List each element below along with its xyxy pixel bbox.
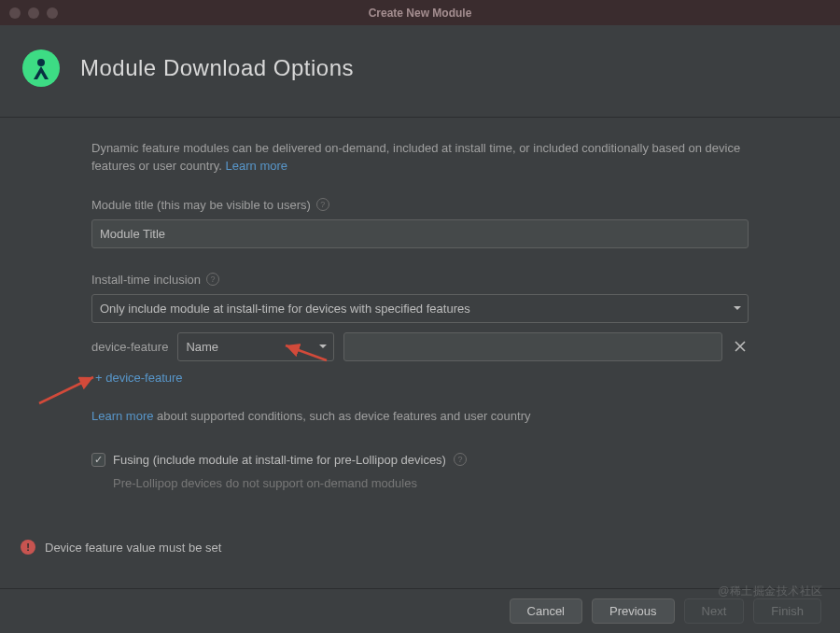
window-titlebar: Create New Module <box>0 0 840 25</box>
dialog-body: Dynamic feature modules can be delivered… <box>0 118 840 490</box>
cancel-button[interactable]: Cancel <box>510 598 582 624</box>
fusing-checkbox-row: Fusing (include module at install-time f… <box>91 453 749 467</box>
description-text: Dynamic feature modules can be delivered… <box>91 140 749 176</box>
description-learn-more-link[interactable]: Learn more <box>226 159 287 173</box>
module-title-input[interactable] <box>91 219 749 248</box>
add-device-feature-link[interactable]: + device-feature <box>95 371 183 385</box>
remove-row-icon[interactable] <box>732 338 749 355</box>
conditions-learn-more-link[interactable]: Learn more <box>91 409 153 423</box>
install-time-select[interactable]: Only include module at install-time for … <box>91 294 749 323</box>
page-title: Module Download Options <box>80 55 354 81</box>
install-time-select-wrap: Only include module at install-time for … <box>91 294 749 323</box>
error-icon: ! <box>21 540 35 555</box>
device-feature-value-input[interactable] <box>343 332 722 361</box>
previous-button[interactable]: Previous <box>592 598 675 624</box>
install-time-label-text: Install-time inclusion <box>91 273 201 287</box>
dialog-footer: Cancel Previous Next Finish <box>0 588 840 633</box>
help-icon[interactable]: ? <box>316 198 329 211</box>
install-time-label: Install-time inclusion ? <box>91 273 749 287</box>
minimize-window-icon[interactable] <box>28 7 39 19</box>
fusing-checkbox[interactable] <box>91 453 105 467</box>
conditions-note-rest: about supported conditions, such as devi… <box>153 409 530 423</box>
fusing-subnote: Pre-Lollipop devices do not support on-d… <box>113 476 749 490</box>
help-icon[interactable]: ? <box>454 453 467 466</box>
android-studio-icon <box>21 48 62 89</box>
fusing-label: Fusing (include module at install-time f… <box>113 453 446 467</box>
module-title-label-text: Module title (this may be visible to use… <box>91 198 311 212</box>
device-feature-row-label: device-feature <box>91 340 168 354</box>
traffic-lights <box>0 7 58 19</box>
dialog-header: Module Download Options <box>0 25 840 118</box>
next-button: Next <box>684 598 745 624</box>
conditions-note: Learn more about supported conditions, s… <box>91 409 749 423</box>
finish-button: Finish <box>753 598 821 624</box>
help-icon[interactable]: ? <box>206 273 219 286</box>
error-message: Device feature value must be set <box>45 541 221 555</box>
window-title: Create New Module <box>0 7 840 20</box>
close-window-icon[interactable] <box>9 7 21 19</box>
module-title-label: Module title (this may be visible to use… <box>91 198 749 212</box>
device-feature-name-select-wrap: Name <box>177 332 334 361</box>
zoom-window-icon[interactable] <box>47 7 58 19</box>
device-feature-name-select[interactable]: Name <box>177 332 334 361</box>
validation-error: ! Device feature value must be set <box>21 540 221 555</box>
description-body: Dynamic feature modules can be delivered… <box>91 141 740 173</box>
device-feature-row: device-feature Name <box>91 332 749 361</box>
